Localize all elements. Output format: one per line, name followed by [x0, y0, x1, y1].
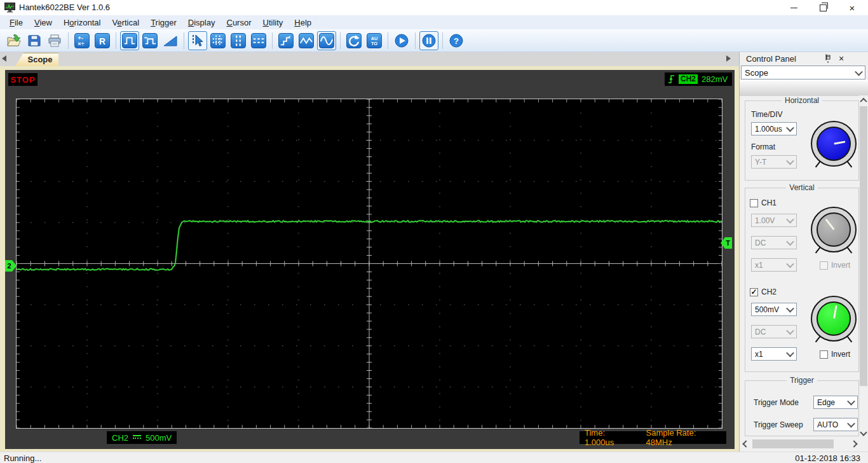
chevron-down-icon — [786, 124, 794, 132]
ch1-position-knob[interactable] — [811, 207, 857, 252]
control-panel-header: Control Panel — [740, 52, 868, 65]
sample-rate: Sample Rate: 48MHz — [646, 428, 721, 447]
step-interpolation-icon — [278, 33, 294, 48]
ch1-volts-select[interactable]: 1.00V — [751, 214, 797, 227]
toolbar-separator — [68, 32, 69, 49]
stop-button[interactable]: STOP — [8, 73, 37, 86]
tab-scroll-right-icon[interactable] — [726, 55, 731, 62]
ramp-button[interactable] — [161, 31, 180, 50]
close-button[interactable]: × — [837, 0, 867, 15]
save-button[interactable] — [25, 31, 44, 50]
scroll-left-icon[interactable] — [741, 439, 751, 449]
vertical-cursors-icon — [231, 33, 246, 48]
sine-interpolation-button[interactable] — [317, 31, 336, 50]
pulse-wave-icon — [142, 33, 158, 48]
trigger-sweep-label: Trigger Sweep — [754, 420, 803, 429]
waveform-plot — [17, 99, 722, 428]
menu-utility[interactable]: Utility — [257, 17, 289, 29]
ch2-coupling-select[interactable]: DC — [751, 325, 797, 338]
cursor-select-icon — [190, 33, 205, 48]
chevron-down-icon — [786, 157, 794, 165]
menu-file[interactable]: File — [4, 17, 29, 29]
pin-icon[interactable] — [822, 54, 832, 63]
close-icon: × — [850, 3, 855, 13]
help-button[interactable]: ? — [447, 31, 466, 50]
trigger-source-badge: CH2 — [679, 74, 698, 84]
pause-button[interactable] — [419, 31, 438, 50]
restore-button[interactable] — [808, 0, 837, 15]
ch2-info-readout: CH2 500mV — [107, 431, 177, 444]
menu-view[interactable]: View — [29, 17, 58, 29]
ch2-position-knob[interactable] — [811, 296, 857, 342]
menu-trigger[interactable]: Trigger — [145, 17, 182, 29]
chevron-down-icon — [847, 397, 855, 406]
vertical-cursors-button[interactable] — [229, 31, 248, 50]
menu-help[interactable]: Help — [288, 17, 317, 29]
time-info-readout: Time: 1.000us Sample Rate: 48MHz — [580, 431, 726, 444]
toolbar-separator — [415, 32, 416, 49]
cursor-select-button[interactable] — [188, 31, 207, 50]
trigger-sweep-select[interactable]: AUTO — [813, 418, 858, 431]
horizontal-cursors-icon — [251, 33, 266, 48]
panel-divider — [740, 79, 868, 96]
square-wave-icon — [122, 33, 137, 48]
chevron-down-icon — [786, 305, 794, 313]
tab-scroll-left-icon[interactable] — [2, 55, 6, 62]
autoset-icon: AUTO — [367, 33, 382, 48]
pulse-wave-button[interactable] — [140, 31, 159, 50]
ch1-probe-select[interactable]: x1 — [751, 258, 797, 272]
statusbar — [0, 452, 868, 463]
minimize-button[interactable] — [779, 0, 808, 15]
scroll-down-icon[interactable] — [859, 427, 868, 438]
ch1-label: CH1 — [761, 198, 776, 207]
control-panel-title: Control Panel — [746, 54, 796, 64]
trigger-mode-select[interactable]: Edge — [813, 396, 858, 409]
step-interpolation-button[interactable] — [276, 31, 295, 50]
linear-interpolation-button[interactable] — [297, 31, 316, 50]
horizontal-position-knob[interactable] — [811, 121, 857, 167]
horizontal-scrollbar-thumb[interactable] — [752, 439, 834, 448]
toolbar-separator — [442, 32, 443, 49]
scroll-right-icon[interactable] — [849, 439, 859, 449]
ch2-volts-select[interactable]: 500mV — [751, 303, 797, 316]
chevron-down-icon — [786, 216, 794, 224]
status-text: Running... — [4, 453, 41, 463]
save-icon — [27, 33, 42, 48]
dc-coupling-icon — [133, 435, 141, 441]
menubar: FileViewHorizontalVerticalTriggerDisplay… — [0, 15, 868, 29]
ch2-label: CH2 — [761, 287, 776, 296]
format-select[interactable]: Y-T — [751, 155, 797, 169]
ramp-icon — [163, 33, 178, 48]
chevron-down-icon — [847, 420, 855, 428]
math-button[interactable]: +-×÷ — [72, 31, 92, 50]
menu-horizontal[interactable]: Horizontal — [58, 17, 107, 29]
reference-button[interactable]: R — [93, 31, 112, 50]
group-trigger-title: Trigger — [745, 376, 858, 385]
menu-cursor[interactable]: Cursor — [220, 17, 257, 29]
grid-display-button[interactable] — [208, 31, 227, 50]
panel-select[interactable]: Scope — [741, 66, 865, 79]
vertical-scrollbar-thumb[interactable] — [860, 106, 867, 386]
toolbar-separator — [340, 32, 341, 49]
ch1-invert-checkbox[interactable] — [820, 261, 828, 270]
print-button[interactable] — [45, 31, 64, 50]
chevron-down-icon — [786, 260, 794, 268]
scope-display[interactable] — [16, 99, 722, 429]
scroll-up-icon[interactable] — [859, 95, 868, 106]
control-panel-close-icon[interactable]: × — [836, 53, 846, 64]
ch2-probe-select[interactable]: x1 — [751, 347, 797, 361]
start-button[interactable] — [392, 31, 411, 50]
autoset-button[interactable]: AUTO — [365, 31, 384, 50]
ch1-checkbox[interactable] — [750, 199, 758, 207]
open-file-button[interactable] — [4, 31, 24, 50]
refresh-button[interactable] — [344, 31, 363, 50]
ch2-invert-checkbox[interactable] — [820, 350, 828, 359]
horizontal-cursors-button[interactable] — [249, 31, 268, 50]
trigger-status: CH2 282mV — [665, 73, 732, 86]
timediv-select[interactable]: 1.000us — [751, 122, 797, 135]
ch2-checkbox[interactable] — [750, 288, 758, 296]
menu-display[interactable]: Display — [182, 17, 221, 29]
ch1-coupling-select[interactable]: DC — [751, 236, 797, 249]
square-wave-button[interactable] — [120, 31, 139, 50]
menu-vertical[interactable]: Vertical — [106, 17, 145, 29]
